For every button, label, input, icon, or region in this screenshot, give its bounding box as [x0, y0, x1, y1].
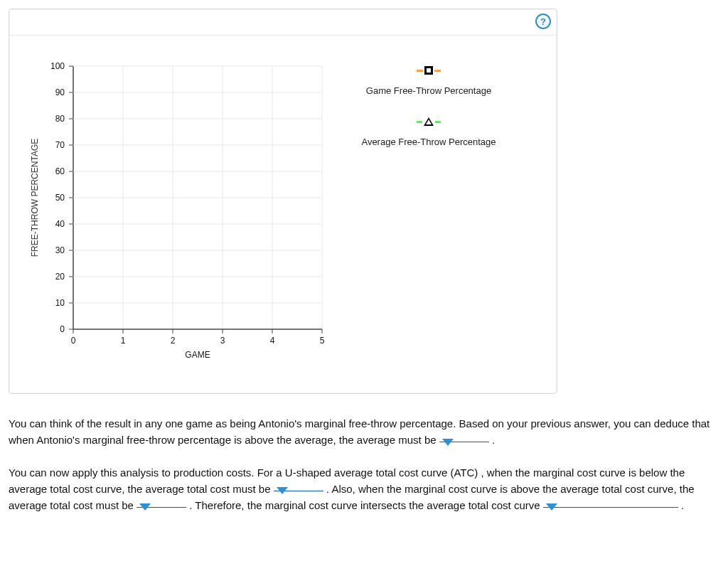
legend: Game Free-Throw Percentage Average Free-…: [336, 52, 542, 169]
x-tick-5: 5: [320, 336, 325, 346]
help-button[interactable]: ?: [535, 14, 551, 29]
y-tick-60: 60: [55, 166, 65, 176]
triangle-marker-icon: [424, 117, 434, 126]
chevron-down-icon: [442, 439, 454, 446]
dropdown-atc-below[interactable]: [274, 481, 291, 498]
y-axis-title: FREE-THROW PERCENTAGE: [30, 139, 40, 257]
x-tick-1: 1: [121, 336, 126, 346]
y-tick-50: 50: [55, 193, 65, 203]
y-tick-20: 20: [55, 272, 65, 282]
x-tick-0: 0: [71, 336, 76, 346]
y-tick-70: 70: [55, 140, 65, 150]
y-tick-100: 100: [50, 61, 65, 71]
legend-entry-average[interactable]: Average Free-Throw Percentage: [350, 117, 507, 147]
legend-line-icon: [435, 121, 441, 123]
y-tick-90: 90: [55, 87, 65, 97]
y-tick-0: 0: [60, 324, 65, 334]
y-tick-40: 40: [55, 219, 65, 229]
blank-atc-below[interactable]: [274, 481, 323, 491]
legend-line-icon: [417, 70, 423, 72]
question-text: You can think of the result in any one g…: [9, 415, 719, 513]
legend-label-game: Game Free-Throw Percentage: [366, 85, 491, 96]
chevron-down-icon: [139, 503, 151, 511]
legend-label-average: Average Free-Throw Percentage: [361, 137, 496, 147]
dropdown-atc-above[interactable]: [136, 498, 154, 514]
blank-intersection[interactable]: [543, 497, 678, 508]
x-tick-3: 3: [220, 336, 225, 346]
chevron-down-icon: [277, 487, 288, 494]
para2-text-3: . Therefore, the marginal cost curve int…: [186, 499, 543, 511]
legend-line-icon: [417, 121, 422, 123]
blank-atc-above[interactable]: [136, 497, 186, 508]
para1-text-2: .: [489, 434, 495, 446]
para1-text-1: You can think of the result in any one g…: [9, 417, 710, 446]
legend-entry-game[interactable]: Game Free-Throw Percentage: [350, 66, 507, 96]
y-tick-10: 10: [55, 298, 65, 308]
y-tick-30: 30: [55, 245, 65, 255]
x-tick-4: 4: [270, 336, 275, 346]
x-tick-2: 2: [171, 336, 176, 346]
square-marker-icon: [424, 66, 433, 75]
chevron-down-icon: [546, 503, 557, 511]
legend-line-icon: [434, 70, 441, 72]
blank-average-direction[interactable]: [439, 432, 489, 442]
para2-text-4: .: [678, 499, 684, 511]
dropdown-intersection[interactable]: [543, 498, 560, 514]
x-axis-title: GAME: [185, 350, 210, 360]
y-tick-80: 80: [55, 114, 65, 124]
chart-body: 0 10 20 30 40 50 60 70 80 90 100 0 1: [23, 52, 542, 379]
dropdown-average-direction[interactable]: [439, 433, 456, 449]
chart-panel: ?: [9, 9, 557, 394]
chart-plot: 0 10 20 30 40 50 60 70 80 90 100 0 1: [23, 52, 336, 365]
panel-header: ?: [9, 9, 557, 36]
